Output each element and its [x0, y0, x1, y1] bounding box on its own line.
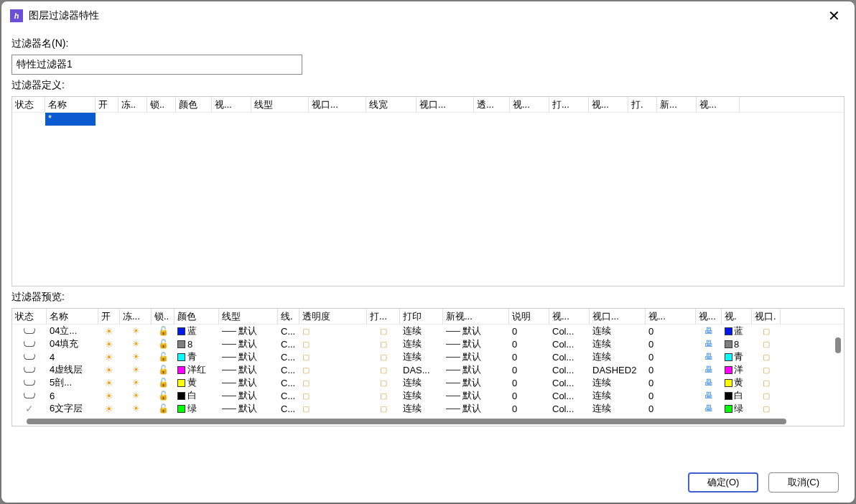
vpl-cell: DASHED2 — [590, 365, 646, 375]
lock-cell: 🔓 — [152, 352, 175, 362]
preview-header-8[interactable]: 透明度 — [299, 309, 367, 324]
viewport-icon: ▢ — [302, 378, 310, 388]
preview-header-5[interactable]: 颜色 — [175, 309, 219, 324]
button-bar: 确定(O) 取消(C) — [1, 465, 855, 503]
def-header-14[interactable]: 视... — [589, 97, 628, 112]
sun-icon: ☀ — [105, 391, 113, 401]
ok-button[interactable]: 确定(O) — [688, 472, 758, 493]
preview-header-2[interactable]: 开 — [98, 309, 120, 324]
color-swatch — [725, 379, 732, 387]
def-header-1[interactable]: 名称 — [45, 97, 96, 112]
dialog-title: 图层过滤器特性 — [29, 9, 822, 22]
vpcol-cell: 绿 — [722, 402, 752, 415]
name-cell: 4虚线层 — [47, 363, 98, 376]
preview-header-13[interactable]: 视... — [549, 309, 590, 324]
preview-header-1[interactable]: 名称 — [47, 309, 98, 324]
table-row[interactable]: 4虚线层☀☀🔓洋红默认C...▢▢DAS...默认0Col...DASHED20… — [12, 363, 844, 376]
preview-header-11[interactable]: 新视... — [443, 309, 509, 324]
def-header-17[interactable]: 视... — [697, 97, 740, 112]
desc-cell: 0 — [509, 403, 549, 414]
freeze-cell: ☀ — [120, 339, 152, 349]
layer-state-icon — [24, 354, 35, 360]
table-row[interactable]: 04填充☀☀🔓8默认C...▢▢连续默认0Col...连续0🖶8▢ — [12, 337, 844, 350]
table-row[interactable]: ✓6文字层☀☀🔓绿默认C...▢▢连续默认0Col...连续0🖶绿▢ — [12, 402, 844, 415]
vp1-cell: C... — [278, 391, 299, 401]
def-header-5[interactable]: 颜色 — [176, 97, 212, 112]
table-row[interactable]: 5剖...☀☀🔓黄默认C...▢▢连续默认0Col...连续0🖶黄▢ — [12, 376, 844, 389]
linetype-cell: 默认 — [219, 325, 278, 337]
pr1-cell: ▢ — [367, 340, 400, 349]
def-header-4[interactable]: 锁.. — [147, 97, 176, 112]
def-header-8[interactable]: 视口... — [309, 97, 366, 112]
definition-row[interactable]: * — [12, 113, 844, 126]
unlock-icon: 🔓 — [158, 403, 169, 414]
layer-filter-properties-dialog: h 图层过滤器特性 ✕ 过滤器名(N): 过滤器定义: 状态名称开冻..锁..颜… — [1, 1, 855, 503]
def-header-7[interactable]: 线型 — [251, 97, 309, 112]
filter-preview-label: 过滤器预览: — [11, 291, 845, 304]
print-cell: DAS... — [400, 365, 443, 375]
app-icon: h — [10, 9, 23, 22]
state-cell — [12, 380, 47, 386]
preview-header-6[interactable]: 线型 — [219, 309, 278, 324]
freeze-cell: ☀ — [120, 326, 152, 336]
preview-header-3[interactable]: 冻... — [120, 309, 152, 324]
preview-body[interactable]: 04立...☀☀🔓蓝默认C...▢▢连续默认0Col...连续0🖶蓝▢04填充☀… — [12, 325, 844, 425]
def-header-2[interactable]: 开 — [96, 97, 118, 112]
table-row[interactable]: 6☀☀🔓白默认C...▢▢连续默认0Col...连续0🖶白▢ — [12, 389, 844, 402]
filter-name-input[interactable] — [11, 55, 302, 75]
horizontal-scrollbar[interactable] — [27, 419, 786, 424]
line-sample-icon — [446, 344, 460, 345]
layer-state-icon — [24, 328, 35, 334]
def-header-16[interactable]: 新... — [657, 97, 697, 112]
preview-header-18[interactable]: 视口. — [752, 309, 781, 324]
def-header-11[interactable]: 透... — [474, 97, 510, 112]
preview-header-16[interactable]: 视... — [696, 309, 722, 324]
printer-icon: 🖶 — [704, 352, 713, 362]
preview-header-9[interactable]: 打... — [367, 309, 400, 324]
color-swatch — [725, 327, 732, 335]
snowflake-icon: ☀ — [132, 378, 140, 388]
line-sample-icon — [222, 344, 236, 345]
def-header-13[interactable]: 打... — [549, 97, 589, 112]
color-cell: 白 — [175, 389, 219, 402]
preview-header-12[interactable]: 说明 — [509, 309, 549, 324]
lock-cell: 🔓 — [152, 403, 175, 414]
viewport-icon: ▢ — [763, 327, 770, 336]
cancel-button[interactable]: 取消(C) — [768, 472, 839, 493]
layer-state-icon — [24, 341, 35, 347]
vertical-scrollbar[interactable] — [835, 337, 841, 353]
def-header-0[interactable]: 状态 — [12, 97, 45, 112]
definition-name-cell[interactable]: * — [45, 113, 96, 126]
viewport-icon: ▢ — [380, 404, 387, 414]
def-header-10[interactable]: 视口... — [417, 97, 474, 112]
vpt-cell: 0 — [646, 403, 696, 414]
definition-blank-row[interactable] — [12, 126, 844, 139]
preview-header-0[interactable]: 状态 — [12, 309, 47, 324]
line-sample-icon — [446, 370, 460, 370]
viewport-icon: ▢ — [302, 391, 310, 401]
vpp-cell: 🖶 — [696, 403, 722, 414]
line-sample-icon — [222, 396, 236, 396]
vpl-cell: 连续 — [590, 325, 646, 337]
color-cell: 青 — [175, 350, 219, 363]
preview-header-10[interactable]: 打印 — [400, 309, 443, 324]
pr1-cell: ▢ — [367, 327, 400, 336]
def-header-12[interactable]: 视... — [510, 97, 549, 112]
name-cell: 04立... — [47, 325, 98, 337]
state-cell — [12, 328, 47, 334]
vpp-cell: 🖶 — [696, 378, 722, 388]
def-header-15[interactable]: 打. — [628, 97, 657, 112]
viewport-icon: ▢ — [763, 353, 770, 362]
def-header-9[interactable]: 线宽 — [366, 97, 417, 112]
preview-header-17[interactable]: 视. — [722, 309, 752, 324]
preview-header-4[interactable]: 锁.. — [152, 309, 175, 324]
table-row[interactable]: 4☀☀🔓青默认C...▢▢连续默认0Col...连续0🖶青▢ — [12, 350, 844, 363]
preview-header-14[interactable]: 视口... — [590, 309, 646, 324]
table-row[interactable]: 04立...☀☀🔓蓝默认C...▢▢连续默认0Col...连续0🖶蓝▢ — [12, 325, 844, 337]
preview-header-15[interactable]: 视... — [646, 309, 696, 324]
def-header-3[interactable]: 冻.. — [118, 97, 147, 112]
def-header-6[interactable]: 视... — [212, 97, 251, 112]
vpp-cell: 🖶 — [696, 352, 722, 362]
preview-header-7[interactable]: 线. — [278, 309, 299, 324]
close-icon[interactable]: ✕ — [822, 7, 846, 24]
